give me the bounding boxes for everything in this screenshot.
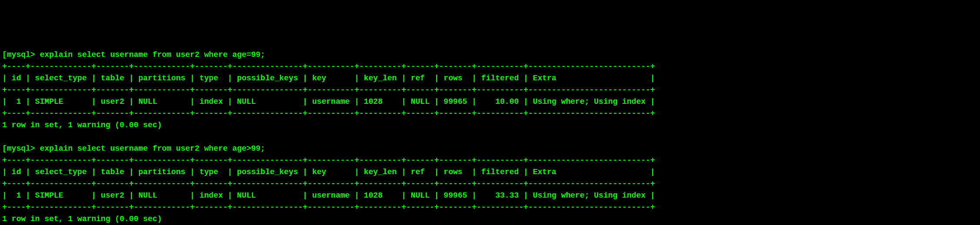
blank-line — [2, 131, 978, 143]
terminal-output: [mysql> explain select username from use… — [2, 49, 978, 225]
result-summary-2: 1 row in set, 1 warning (0.00 sec) — [2, 213, 978, 225]
table-border: +----+-------------+-------+------------… — [2, 61, 978, 73]
command-line-1[interactable]: [mysql> explain select username from use… — [2, 49, 978, 61]
sql-command-1: explain select username from user2 where… — [35, 50, 265, 59]
table-data-row: | 1 | SIMPLE | user2 | NULL | index | NU… — [2, 190, 978, 202]
table-border: +----+-------------+-------+------------… — [2, 84, 978, 96]
table-border: +----+-------------+-------+------------… — [2, 108, 978, 119]
mysql-prompt: mysql> — [7, 144, 35, 153]
sql-command-2: explain select username from user2 where… — [35, 144, 265, 153]
table-data-row: | 1 | SIMPLE | user2 | NULL | index | NU… — [2, 96, 978, 108]
table-border: +----+-------------+-------+------------… — [2, 202, 978, 213]
mysql-prompt: mysql> — [7, 50, 35, 59]
table-header-row: | id | select_type | table | partitions … — [2, 166, 978, 178]
command-line-2[interactable]: [mysql> explain select username from use… — [2, 143, 978, 155]
prompt-bracket: [ — [2, 50, 7, 59]
result-summary-1: 1 row in set, 1 warning (0.00 sec) — [2, 119, 978, 131]
table-border: +----+-------------+-------+------------… — [2, 178, 978, 190]
table-border: +----+-------------+-------+------------… — [2, 155, 978, 166]
table-header-row: | id | select_type | table | partitions … — [2, 73, 978, 84]
prompt-bracket: [ — [2, 144, 7, 153]
